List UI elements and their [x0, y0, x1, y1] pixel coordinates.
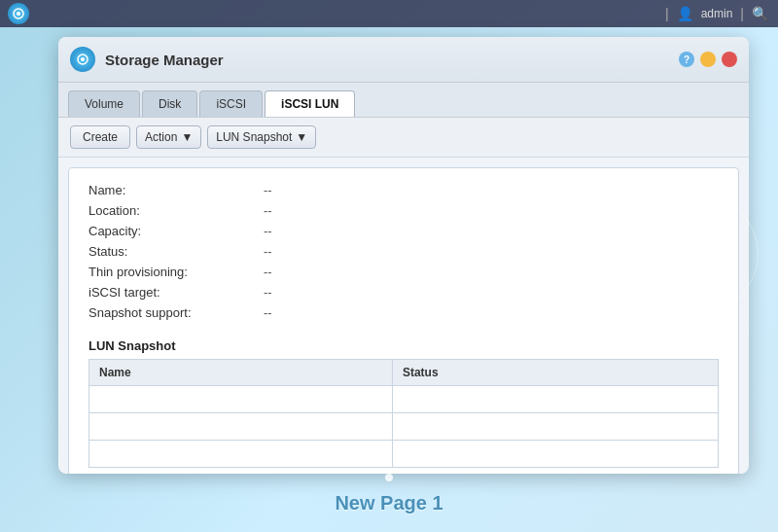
- label-thin-provisioning: Thin provisioning:: [88, 265, 264, 279]
- app-logo: [8, 3, 29, 24]
- action-label: Action: [145, 130, 177, 144]
- tab-volume[interactable]: Volume: [68, 90, 140, 117]
- lun-snapshot-dropdown[interactable]: LUN Snapshot ▼: [207, 125, 316, 149]
- lun-snapshot-tbody: [89, 386, 719, 468]
- value-location: --: [264, 203, 272, 218]
- empty-cell-name-3: [89, 441, 393, 468]
- lun-snapshot-table: Name Status: [88, 359, 719, 468]
- window-title: Storage Manager: [105, 52, 669, 68]
- info-row-iscsi-target: iSCSI target: --: [88, 282, 719, 302]
- page-label: New Page 1: [0, 492, 778, 514]
- username-label: admin: [701, 7, 733, 20]
- label-name: Name:: [88, 183, 264, 197]
- window-controls: ?: [679, 52, 737, 67]
- minimize-button[interactable]: [700, 52, 716, 67]
- search-icon[interactable]: 🔍: [752, 6, 768, 21]
- value-status: --: [264, 244, 272, 259]
- storage-manager-window: Storage Manager ? Volume Disk iSCSI iSCS…: [58, 37, 749, 474]
- empty-cell-status-3: [392, 441, 718, 468]
- label-capacity: Capacity:: [88, 224, 264, 238]
- action-chevron-icon: ▼: [181, 130, 193, 144]
- svg-point-3: [81, 57, 85, 61]
- info-row-capacity: Capacity: --: [88, 221, 719, 241]
- empty-row-3: [89, 441, 719, 468]
- top-bar: | 👤 admin | 🔍: [0, 0, 778, 27]
- lun-snapshot-section-title: LUN Snapshot: [88, 338, 719, 353]
- info-row-location: Location: --: [88, 200, 719, 221]
- tab-iscsi[interactable]: iSCSI: [199, 90, 263, 117]
- help-button[interactable]: ?: [679, 52, 694, 67]
- empty-cell-name-2: [89, 413, 393, 441]
- label-status: Status:: [88, 244, 264, 259]
- info-row-thin-provisioning: Thin provisioning: --: [88, 262, 719, 282]
- col-header-status: Status: [392, 360, 718, 386]
- info-row-snapshot-support: Snapshot support: --: [88, 302, 719, 323]
- toolbar: Create Action ▼ LUN Snapshot ▼: [58, 118, 749, 158]
- label-snapshot-support: Snapshot support:: [88, 305, 264, 320]
- value-snapshot-support: --: [264, 305, 272, 320]
- close-button[interactable]: [722, 52, 737, 67]
- bottom-dot: [385, 474, 393, 481]
- empty-cell-name: [89, 386, 393, 413]
- window-titlebar: Storage Manager ?: [58, 37, 749, 83]
- value-thin-provisioning: --: [264, 265, 272, 279]
- empty-cell-status-2: [392, 413, 718, 441]
- window-icon: [70, 47, 95, 72]
- col-header-name: Name: [89, 360, 393, 386]
- tabs-bar: Volume Disk iSCSI iSCSI LUN: [58, 83, 749, 118]
- empty-row-2: [89, 413, 719, 441]
- tab-disk[interactable]: Disk: [142, 90, 197, 117]
- tab-iscsi-lun[interactable]: iSCSI LUN: [265, 90, 355, 117]
- lun-snapshot-label: LUN Snapshot: [216, 130, 292, 144]
- user-icon: 👤: [677, 6, 693, 21]
- value-iscsi-target: --: [264, 285, 272, 300]
- top-bar-divider2: |: [740, 6, 744, 21]
- info-row-status: Status: --: [88, 241, 719, 262]
- label-location: Location:: [88, 203, 264, 218]
- svg-point-1: [17, 12, 20, 16]
- value-name: --: [264, 183, 272, 197]
- create-button[interactable]: Create: [70, 125, 130, 149]
- action-dropdown[interactable]: Action ▼: [136, 125, 201, 149]
- empty-row: [89, 386, 719, 413]
- empty-cell-status: [392, 386, 718, 413]
- info-table: Name: -- Location: -- Capacity: -- Statu…: [88, 180, 719, 323]
- top-bar-divider: |: [665, 6, 669, 21]
- info-row-name: Name: --: [88, 180, 719, 200]
- lun-snapshot-chevron-icon: ▼: [296, 130, 307, 144]
- label-iscsi-target: iSCSI target:: [88, 285, 264, 300]
- value-capacity: --: [264, 224, 272, 238]
- content-area: Name: -- Location: -- Capacity: -- Statu…: [68, 167, 739, 474]
